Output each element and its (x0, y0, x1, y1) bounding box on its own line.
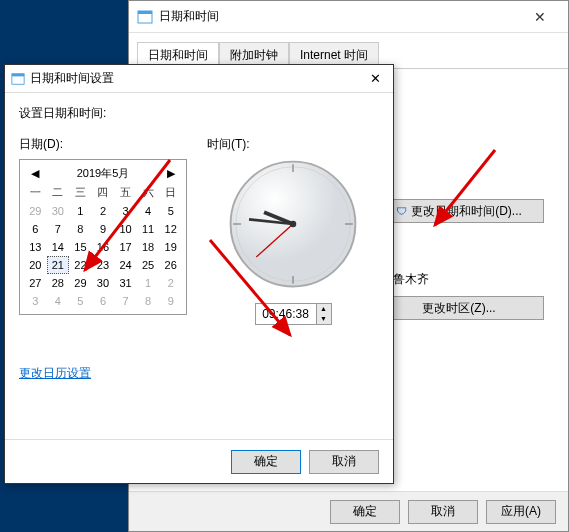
calendar-day-header: 二 (47, 183, 70, 202)
parent-cancel-button[interactable]: 取消 (408, 500, 478, 524)
calendar-icon (11, 72, 25, 86)
calendar-day[interactable]: 7 (114, 292, 137, 310)
calendar-day[interactable]: 7 (47, 220, 70, 238)
calendar-day-header: 五 (114, 183, 137, 202)
calendar-day[interactable]: 5 (159, 202, 182, 220)
change-timezone-button[interactable]: 更改时区(Z)... (374, 296, 544, 320)
modal-titlebar: 日期和时间设置 ✕ (5, 65, 393, 93)
calendar-day[interactable]: 11 (137, 220, 160, 238)
parent-ok-button[interactable]: 确定 (330, 500, 400, 524)
time-down-button[interactable]: ▼ (317, 314, 331, 324)
parent-bottom-bar: 确定 取消 应用(A) (129, 491, 568, 531)
calendar-day[interactable]: 26 (159, 256, 182, 274)
calendar-day[interactable]: 1 (137, 274, 160, 292)
modal-body: 设置日期和时间: 日期(D): ◀ 2019年5月 ▶ 一二三四五六日29301… (5, 93, 393, 394)
time-input[interactable] (256, 304, 316, 324)
calendar-day[interactable]: 1 (69, 202, 92, 220)
time-spinner: ▲ ▼ (255, 303, 332, 325)
datetime-settings-dialog: 日期和时间设置 ✕ 设置日期和时间: 日期(D): ◀ 2019年5月 ▶ 一二… (4, 64, 394, 484)
calendar-day[interactable]: 23 (92, 256, 115, 274)
svg-point-13 (290, 221, 297, 228)
calendar-day[interactable]: 14 (47, 238, 70, 256)
change-datetime-button[interactable]: 更改日期和时间(D)... (374, 199, 544, 223)
calendar-day[interactable]: 9 (92, 220, 115, 238)
calendar-day[interactable]: 29 (69, 274, 92, 292)
calendar-day[interactable]: 2 (92, 202, 115, 220)
calendar-day-header: 六 (137, 183, 160, 202)
calendar-prev-button[interactable]: ◀ (28, 167, 42, 180)
svg-rect-1 (138, 11, 152, 14)
calendar-day[interactable]: 28 (47, 274, 70, 292)
analog-clock (228, 159, 358, 289)
calendar-day-header: 三 (69, 183, 92, 202)
calendar-day[interactable]: 10 (114, 220, 137, 238)
change-calendar-settings-link[interactable]: 更改日历设置 (19, 365, 91, 382)
calendar-day[interactable]: 8 (69, 220, 92, 238)
svg-rect-3 (12, 73, 24, 76)
calendar-day[interactable]: 6 (24, 220, 47, 238)
calendar-day[interactable]: 6 (92, 292, 115, 310)
calendar-day[interactable]: 13 (24, 238, 47, 256)
calendar-day-header: 日 (159, 183, 182, 202)
calendar-day[interactable]: 3 (24, 292, 47, 310)
modal-title: 日期和时间设置 (30, 70, 363, 87)
calendar-day[interactable]: 22 (69, 256, 92, 274)
calendar-day[interactable]: 9 (159, 292, 182, 310)
set-datetime-label: 设置日期和时间: (19, 105, 379, 122)
calendar-day[interactable]: 31 (114, 274, 137, 292)
calendar-day[interactable]: 19 (159, 238, 182, 256)
calendar-day[interactable]: 25 (137, 256, 160, 274)
time-label: 时间(T): (207, 136, 379, 153)
parent-close-button[interactable]: ✕ (520, 9, 560, 25)
modal-ok-button[interactable]: 确定 (231, 450, 301, 474)
parent-titlebar: 日期和时间 ✕ (129, 1, 568, 33)
calendar-day[interactable]: 12 (159, 220, 182, 238)
parent-title: 日期和时间 (159, 8, 520, 25)
calendar-day[interactable]: 18 (137, 238, 160, 256)
calendar-day-header: 四 (92, 183, 115, 202)
calendar-day[interactable]: 30 (47, 202, 70, 220)
calendar-day[interactable]: 24 (114, 256, 137, 274)
timezone-text: , 乌鲁木齐 (374, 271, 554, 288)
calendar-day[interactable]: 27 (24, 274, 47, 292)
date-label: 日期(D): (19, 136, 187, 153)
calendar-day[interactable]: 4 (47, 292, 70, 310)
time-up-button[interactable]: ▲ (317, 304, 331, 314)
modal-cancel-button[interactable]: 取消 (309, 450, 379, 474)
calendar-day[interactable]: 5 (69, 292, 92, 310)
calendar-day-header: 一 (24, 183, 47, 202)
calendar-day[interactable]: 4 (137, 202, 160, 220)
modal-close-button[interactable]: ✕ (363, 71, 387, 86)
calendar-icon (137, 9, 153, 25)
calendar-grid: 一二三四五六日293012345678910111213141516171819… (24, 183, 182, 310)
parent-apply-button[interactable]: 应用(A) (486, 500, 556, 524)
modal-bottom-bar: 确定 取消 (5, 439, 393, 483)
calendar-next-button[interactable]: ▶ (164, 167, 178, 180)
calendar-day[interactable]: 29 (24, 202, 47, 220)
calendar-day[interactable]: 3 (114, 202, 137, 220)
calendar-month-title: 2019年5月 (77, 166, 130, 181)
calendar-day[interactable]: 8 (137, 292, 160, 310)
calendar-day[interactable]: 17 (114, 238, 137, 256)
calendar-day[interactable]: 2 (159, 274, 182, 292)
calendar-day[interactable]: 20 (24, 256, 47, 274)
calendar-day[interactable]: 15 (69, 238, 92, 256)
calendar: ◀ 2019年5月 ▶ 一二三四五六日293012345678910111213… (19, 159, 187, 315)
calendar-day[interactable]: 21 (47, 256, 70, 274)
calendar-day[interactable]: 30 (92, 274, 115, 292)
calendar-day[interactable]: 16 (92, 238, 115, 256)
